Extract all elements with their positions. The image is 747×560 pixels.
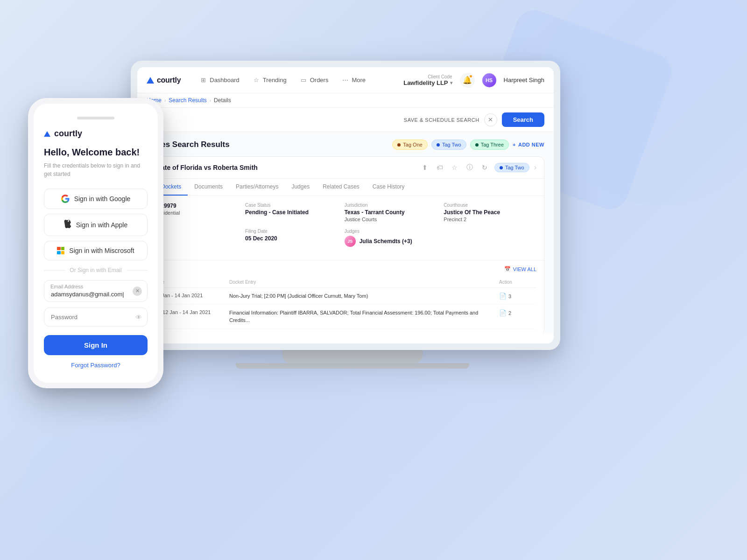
google-signin-label: Sign in with Google (74, 195, 131, 203)
case-title: State of Florida vs Roberta Smith (155, 164, 415, 171)
docket-row-2: 12 Jan - 14 Jan 2021 Financial Informati… (155, 305, 536, 329)
case-card: State of Florida vs Roberta Smith ⬆ 🏷 ☆ … (147, 156, 544, 334)
share-icon[interactable]: ⬆ (420, 162, 430, 173)
bg-shape-3 (13, 433, 127, 547)
case-details: 0129979 Residential Case Status Pending … (147, 196, 544, 260)
search-clear-button[interactable]: ✕ (484, 113, 497, 126)
docket-action-2[interactable]: 📄 2 (499, 309, 536, 316)
notification-dot (469, 75, 472, 78)
detail-case-number: 0129979 Residential (155, 203, 239, 222)
tag-one[interactable]: Tag One (392, 140, 428, 150)
show-password-icon[interactable]: 👁 (135, 314, 142, 321)
breadcrumb-sep-1: › (164, 98, 166, 103)
clear-email-button[interactable]: ✕ (133, 287, 142, 296)
case-expand-icon[interactable]: › (534, 163, 536, 172)
tag-icon[interactable]: 🏷 (435, 162, 445, 173)
docket-date-1: 12 Jan - 14 Jan 2021 (155, 293, 229, 298)
nav-items: ⊞ Dashboard ☆ Trending ▭ Orders ⋯ More (194, 74, 403, 87)
docket-entry-1: Non-Jury Trial; [2:00 PM] (Judicial Offi… (229, 293, 499, 300)
docket-header: 📅 VIEW ALL (155, 266, 536, 272)
app-logo: courtly (147, 76, 181, 84)
detail-filing-date: Filing Date 05 Dec 2020 (245, 229, 338, 247)
docket-table: Date Docket Entry Action 12 Jan - 14 Jan… (155, 277, 536, 329)
add-new-button[interactable]: + ADD NEW (513, 142, 544, 147)
tag-two-dot (437, 143, 440, 147)
docket-section: 📅 VIEW ALL Date Docket Entry Action (147, 260, 544, 334)
breadcrumb-sep-2: › (210, 98, 211, 103)
apple-icon (64, 220, 71, 230)
tab-case-history[interactable]: Case History (366, 179, 411, 196)
calendar-icon: 📅 (504, 266, 511, 272)
phone-notch (77, 117, 114, 119)
laptop-screen: courtly ⊞ Dashboard ☆ Trending ▭ Orders (137, 67, 554, 343)
grid-icon: ⊞ (199, 77, 207, 84)
search-button[interactable]: Search (502, 112, 544, 127)
phone-logo-text: courtly (54, 129, 82, 139)
apple-signin-label: Sign in with Apple (76, 221, 128, 229)
microsoft-signin-button[interactable]: Sign in with Miscrosoft (44, 241, 148, 260)
col-header-action: Action (499, 280, 536, 285)
breadcrumb-details: Details (214, 97, 231, 104)
search-area: SAVE & SCHEDULE SEARCH ✕ Search (137, 108, 554, 132)
case-tag-badge[interactable]: Tag Two (494, 163, 529, 172)
phone-screen: courtly Hello, Welcome back! Fill the cr… (34, 104, 158, 383)
forgot-password-link[interactable]: Forgot Password? (44, 362, 148, 369)
dots-icon: ⋯ (341, 77, 349, 84)
signin-button[interactable]: Sign In (44, 335, 148, 355)
client-code-block: Client Code Lawfidelity LLP ▾ (403, 74, 452, 86)
detail-status: Case Status Pending - Case Initiated (245, 203, 338, 222)
file-icon: ▭ (300, 77, 307, 84)
nav-item-more[interactable]: ⋯ More (336, 74, 371, 87)
refresh-icon[interactable]: ↻ (479, 162, 490, 173)
google-signin-button[interactable]: Sign in with Google (44, 189, 148, 209)
docket-col-headers: Date Docket Entry Action (155, 277, 536, 288)
nav-right: Client Code Lawfidelity LLP ▾ 🔔 HS Harpr… (403, 73, 544, 88)
docket-date-2: 12 Jan - 14 Jan 2021 (155, 309, 229, 315)
phone-title: Hello, Welcome back! (44, 147, 148, 158)
case-tabs: Dockets Documents Parties/Attorneys Judg… (147, 179, 544, 196)
star-icon: ☆ (253, 77, 260, 84)
main-content: Cases Search Results Tag One Tag Two (137, 132, 554, 334)
tab-parties-attorneys[interactable]: Parties/Attorneys (229, 179, 285, 196)
case-header: State of Florida vs Roberta Smith ⬆ 🏷 ☆ … (147, 157, 544, 179)
tag-one-dot (397, 143, 401, 147)
judge-avatar: JS (345, 236, 356, 247)
email-input-wrapper: Email Address ✕ (44, 280, 148, 302)
tab-judges[interactable]: Judges (285, 179, 316, 196)
logo-triangle-icon (147, 77, 154, 84)
user-avatar: HS (482, 73, 496, 87)
breadcrumb: Home › Search Results › Details (137, 93, 554, 108)
case-actions: ⬆ 🏷 ☆ ⓘ ↻ Tag Two (420, 162, 529, 173)
star-case-icon[interactable]: ☆ (450, 162, 460, 173)
detail-judges: Judges JS Julia Schemdts (+3) (345, 229, 437, 247)
apple-signin-button[interactable]: Sign in with Apple (44, 214, 148, 236)
docket-entry-2: Financial Information: Plaintiff IBARRA,… (229, 309, 499, 324)
tag-three[interactable]: Tag Three (470, 140, 509, 150)
view-all-button[interactable]: 📅 VIEW ALL (504, 266, 536, 272)
document-icon: 📄 (499, 293, 507, 300)
nav-item-trending[interactable]: ☆ Trending (247, 74, 292, 87)
detail-courthouse: Courthouse Justice Of The Peace Precinct… (444, 203, 536, 222)
docket-action-1[interactable]: 📄 3 (499, 293, 536, 300)
save-schedule-button[interactable]: SAVE & SCHEDULE SEARCH (404, 117, 479, 123)
judge-name: Julia Schemdts (+3) (359, 238, 412, 245)
email-label: Email Address (50, 284, 83, 289)
client-code-value[interactable]: Lawfidelity LLP ▾ (403, 79, 452, 86)
notification-bell-button[interactable]: 🔔 (460, 73, 475, 88)
nav-item-orders[interactable]: ▭ Orders (294, 74, 334, 87)
breadcrumb-search-results[interactable]: Search Results (169, 97, 206, 104)
plus-icon: + (513, 142, 516, 147)
document-icon-2: 📄 (499, 309, 507, 316)
laptop-body: courtly ⊞ Dashboard ☆ Trending ▭ Orders (131, 61, 560, 350)
tags-row: Tag One Tag Two Tag Three + ADD NEW (392, 140, 544, 150)
tab-related-cases[interactable]: Related Cases (316, 179, 366, 196)
judge-row: JS Julia Schemdts (+3) (345, 236, 437, 247)
info-icon[interactable]: ⓘ (465, 162, 475, 173)
docket-row: 12 Jan - 14 Jan 2021 Non-Jury Trial; [2:… (155, 288, 536, 305)
password-input[interactable] (44, 308, 148, 327)
tag-two[interactable]: Tag Two (431, 140, 466, 150)
nav-item-dashboard[interactable]: ⊞ Dashboard (194, 74, 245, 87)
tab-documents[interactable]: Documents (188, 179, 229, 196)
phone-device: courtly Hello, Welcome back! Fill the cr… (28, 98, 163, 388)
phone-subtitle: Fill the credentials below to sign in an… (44, 161, 148, 178)
